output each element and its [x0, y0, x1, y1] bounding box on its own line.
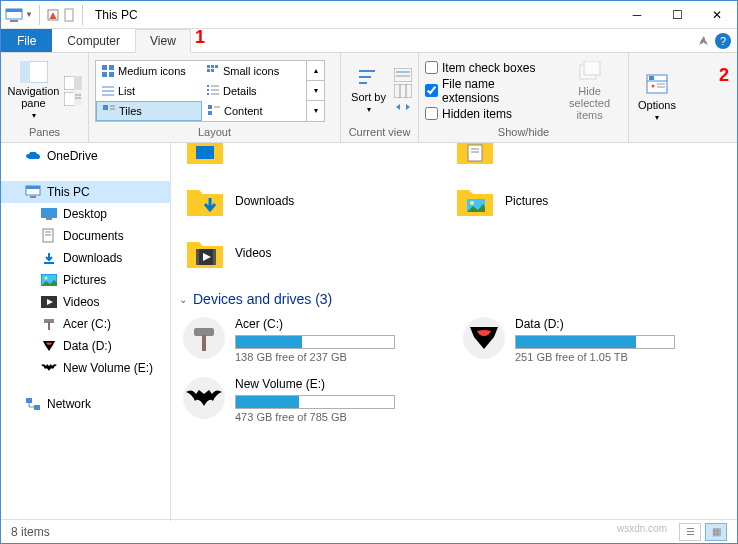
hidden-items-toggle[interactable]: Hidden items [425, 107, 553, 121]
folder-item[interactable] [449, 143, 689, 175]
pictures-folder-icon [455, 181, 495, 221]
size-columns-icon[interactable] [394, 100, 412, 114]
tree-desktop[interactable]: Desktop [1, 203, 170, 225]
batman-icon [41, 360, 57, 376]
drive-d[interactable]: Data (D:) 251 GB free of 1.05 TB [459, 313, 709, 367]
svg-rect-25 [207, 85, 209, 87]
svg-rect-10 [74, 92, 82, 106]
close-button[interactable]: ✕ [697, 1, 737, 29]
hammer-icon [183, 317, 225, 359]
group-label-layout: Layout [95, 126, 334, 140]
svg-rect-79 [194, 328, 214, 336]
help-icon[interactable]: ? [715, 33, 731, 49]
details-pane-icon[interactable] [64, 92, 82, 106]
item-count: 8 items [11, 525, 50, 539]
title-bar: ▼ This PC ─ ☐ ✕ [1, 1, 737, 29]
item-checkboxes-toggle[interactable]: Item check boxes [425, 61, 553, 75]
tree-pictures[interactable]: Pictures [1, 269, 170, 291]
tree-drive-e[interactable]: New Volume (E:) [1, 357, 170, 379]
desktop-folder-icon [185, 143, 225, 169]
maximize-button[interactable]: ☐ [657, 1, 697, 29]
folder-pictures[interactable]: Pictures [449, 175, 689, 227]
gallery-down-icon[interactable]: ▾ [307, 81, 324, 101]
qat-doc-icon[interactable] [62, 8, 76, 22]
options-button[interactable]: Options ▾ [635, 63, 679, 133]
svg-rect-29 [207, 93, 209, 95]
hide-selected-button: Hide selected items [557, 56, 622, 126]
annotation-2: 2 [719, 65, 729, 86]
tab-file[interactable]: File [1, 29, 52, 52]
drive-e[interactable]: New Volume (E:) 473 GB free of 785 GB [179, 373, 429, 427]
layout-small-icons[interactable]: Small icons [201, 61, 306, 81]
sort-by-button[interactable]: Sort by ▾ [347, 56, 390, 126]
group-label-panes: Panes [7, 126, 82, 140]
tree-drive-d[interactable]: Data (D:) [1, 335, 170, 357]
drive-c[interactable]: Acer (C:) 138 GB free of 237 GB [179, 313, 429, 367]
sort-icon [357, 67, 381, 89]
options-icon [643, 73, 671, 97]
svg-rect-17 [207, 65, 210, 68]
tree-network[interactable]: Network [1, 393, 170, 415]
layout-list[interactable]: List [96, 81, 201, 101]
section-devices-drives[interactable]: ⌄ Devices and drives (3) [179, 291, 729, 307]
svg-rect-77 [196, 249, 199, 265]
annotation-1: 1 [195, 27, 205, 48]
svg-rect-27 [207, 89, 209, 91]
svg-rect-14 [109, 65, 114, 70]
navigation-pane-button[interactable]: Navigation pane ▾ [7, 56, 60, 126]
tree-downloads[interactable]: Downloads [1, 247, 170, 269]
layout-content[interactable]: Content [202, 101, 306, 121]
tab-computer[interactable]: Computer [52, 29, 135, 52]
gallery-up-icon[interactable]: ▴ [307, 61, 324, 81]
group-label-showhide: Show/hide [425, 126, 622, 140]
view-tiles-toggle[interactable]: ▦ [705, 523, 727, 541]
svg-rect-57 [41, 208, 57, 218]
downloads-folder-icon [185, 181, 225, 221]
svg-rect-69 [34, 405, 40, 410]
watermark: wsxdn.com [617, 523, 667, 541]
svg-rect-36 [208, 111, 212, 115]
view-details-toggle[interactable]: ☰ [679, 523, 701, 541]
content-pane: Downloads Pictures Videos ⌄ Devices and … [171, 143, 737, 521]
preview-pane-icon[interactable] [64, 76, 82, 90]
navigation-tree: OneDrive This PC Desktop Documents Downl… [1, 143, 171, 521]
add-columns-icon[interactable] [394, 84, 412, 98]
layout-details[interactable]: Details [201, 81, 306, 101]
svg-rect-55 [26, 186, 40, 189]
svg-rect-6 [20, 61, 30, 83]
qat-properties-icon[interactable] [46, 8, 60, 22]
tree-documents[interactable]: Documents [1, 225, 170, 247]
svg-rect-21 [211, 69, 214, 72]
svg-point-51 [652, 85, 655, 88]
svg-rect-18 [211, 65, 214, 68]
minimize-ribbon-icon[interactable]: ⮝ [699, 35, 709, 46]
svg-rect-13 [102, 65, 107, 70]
folder-downloads[interactable]: Downloads [179, 175, 419, 227]
tree-onedrive[interactable]: OneDrive [1, 145, 170, 167]
chevron-down-icon: ▾ [367, 105, 371, 114]
layout-medium-icons[interactable]: Medium icons [96, 61, 201, 81]
svg-point-75 [470, 201, 474, 205]
group-by-icon[interactable] [394, 68, 412, 82]
tree-this-pc[interactable]: This PC [1, 181, 170, 203]
chevron-down-icon: ▾ [655, 113, 659, 122]
qat-dropdown-icon[interactable]: ▼ [25, 10, 33, 19]
svg-rect-31 [103, 105, 108, 110]
layout-gallery[interactable]: Medium icons Small icons ▴ List Details … [95, 60, 325, 122]
minimize-button[interactable]: ─ [617, 1, 657, 29]
pc-icon [25, 184, 41, 200]
nav-pane-icon [20, 61, 48, 83]
tree-videos[interactable]: Videos [1, 291, 170, 313]
svg-rect-20 [207, 69, 210, 72]
folder-item[interactable] [179, 143, 419, 175]
folder-videos[interactable]: Videos [179, 227, 419, 279]
svg-rect-47 [584, 61, 600, 75]
onedrive-icon [25, 148, 41, 164]
file-extensions-toggle[interactable]: File name extensions [425, 77, 553, 105]
svg-rect-34 [208, 105, 212, 109]
tab-view[interactable]: View [135, 29, 191, 53]
gallery-more-icon[interactable]: ▾ [307, 101, 324, 121]
tree-drive-c[interactable]: Acer (C:) [1, 313, 170, 335]
group-label-current: Current view [347, 126, 412, 140]
layout-tiles[interactable]: Tiles [96, 101, 202, 121]
